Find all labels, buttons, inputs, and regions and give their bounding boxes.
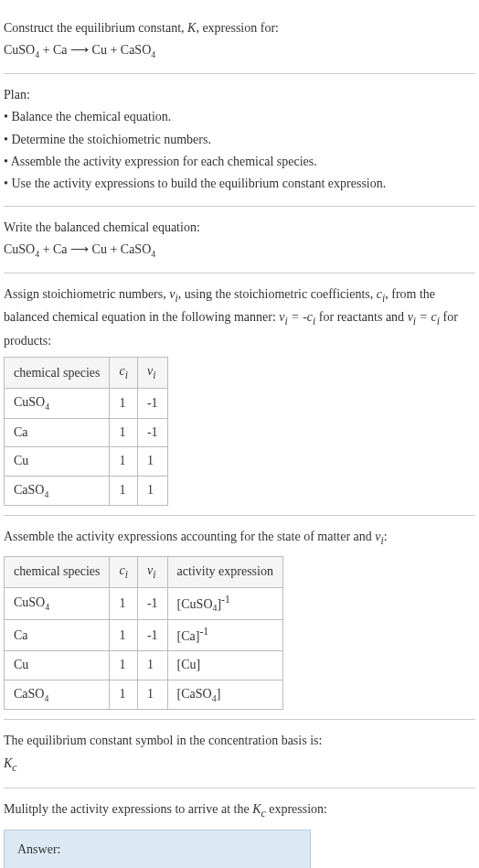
prompt-k: K (187, 21, 196, 35)
table-row: Ca 1 -1 [Ca]-1 (5, 620, 283, 651)
cell-activity: [CuSO4]-1 (167, 588, 282, 620)
cell-c: 1 (110, 620, 137, 651)
activity-a: Assemble the activity expressions accoun… (4, 530, 375, 543)
col-species: chemical species (5, 358, 110, 389)
table-row: Cu 1 1 [Cu] (5, 651, 283, 680)
balanced-header: Write the balanced chemical equation: (4, 218, 475, 238)
activity-section: Assemble the activity expressions accoun… (4, 516, 475, 720)
stoich-a: Assign stoichiometric numbers, (4, 287, 169, 301)
conc-basis-text: The equilibrium constant symbol in the c… (4, 731, 475, 751)
cell-species: Ca (5, 418, 110, 446)
table-row: Ca 1 -1 (5, 418, 168, 446)
prompt-text-a: Construct the equilibrium constant, (4, 21, 187, 35)
table-row: CuSO4 1 -1 (5, 389, 168, 418)
stoich-b: , using the stoichiometric coefficients, (178, 287, 377, 301)
conc-basis-section: The equilibrium constant symbol in the c… (4, 720, 475, 788)
col-vi: νi (137, 358, 167, 389)
plan-section: Plan: • Balance the chemical equation. •… (4, 74, 475, 207)
cell-v: 1 (137, 680, 167, 709)
c-i: ci (377, 287, 385, 301)
table-header-row: chemical species ci νi activity expressi… (5, 556, 283, 587)
col-vi: νi (137, 556, 167, 587)
cell-activity: [CaSO4] (167, 680, 282, 709)
nu-i: νi (169, 287, 177, 301)
cell-species: Cu (5, 651, 110, 680)
prompt-text-b: , expression for: (196, 21, 279, 35)
cell-v: 1 (137, 651, 167, 680)
answer-box: Answer: Kc = [CuSO4]-1 [Ca]-1 [Cu] [CaSO… (4, 830, 311, 868)
answer-section: Mulitply the activity expressions to arr… (4, 788, 475, 868)
cell-c: 1 (110, 476, 137, 505)
stoich-table: chemical species ci νi CuSO4 1 -1 Ca 1 -… (4, 357, 168, 506)
stoich-section: Assign stoichiometric numbers, νi, using… (4, 273, 475, 517)
kc: Kc (252, 802, 266, 816)
col-ci: ci (110, 358, 137, 389)
cell-species: CuSO4 (5, 588, 110, 620)
table-header-row: chemical species ci νi (5, 358, 168, 389)
cell-c: 1 (110, 447, 137, 476)
prompt-equation: CuSO4 + Ca ⟶ Cu + CaSO4 (4, 40, 475, 61)
cell-v: 1 (137, 447, 167, 476)
plan-item: • Use the activity expressions to build … (4, 174, 475, 194)
cell-c: 1 (110, 680, 137, 709)
kc-symbol: Kc (4, 754, 475, 777)
prompt-section: Construct the equilibrium constant, K, e… (4, 7, 475, 74)
cell-v: -1 (137, 389, 167, 418)
nu-eq-neg: νi = -ci (279, 310, 315, 324)
activity-intro: Assemble the activity expressions accoun… (4, 527, 475, 550)
plan-item: • Assemble the activity expression for e… (4, 152, 475, 172)
plan-item: • Balance the chemical equation. (4, 107, 475, 127)
nu-i: νi (375, 530, 383, 543)
plan-item: • Determine the stoichiometric numbers. (4, 130, 475, 150)
nu-eq-pos: νi = ci (408, 310, 440, 324)
multiply-line: Mulitply the activity expressions to arr… (4, 799, 475, 822)
answer-label: Answer: (17, 840, 297, 860)
cell-species: CaSO4 (5, 680, 110, 709)
cell-v: -1 (137, 620, 167, 651)
cell-v: -1 (137, 418, 167, 446)
cell-v: 1 (137, 476, 167, 505)
activity-b: : (384, 530, 388, 543)
cell-v: -1 (137, 588, 167, 620)
cell-activity: [Cu] (167, 651, 282, 680)
cell-species: Ca (5, 620, 110, 651)
table-row: CaSO4 1 1 (5, 476, 168, 505)
multiply-b: expression: (266, 802, 327, 816)
stoich-d: for reactants and (315, 310, 407, 324)
cell-activity: [Ca]-1 (167, 620, 282, 651)
table-row: CaSO4 1 1 [CaSO4] (5, 680, 283, 709)
table-row: CuSO4 1 -1 [CuSO4]-1 (5, 588, 283, 620)
col-activity: activity expression (167, 556, 282, 587)
col-ci: ci (110, 556, 137, 587)
cell-c: 1 (110, 418, 137, 446)
multiply-a: Mulitply the activity expressions to arr… (4, 802, 252, 816)
activity-table: chemical species ci νi activity expressi… (4, 556, 283, 711)
cell-species: CaSO4 (5, 476, 110, 505)
balanced-section: Write the balanced chemical equation: Cu… (4, 207, 475, 273)
table-row: Cu 1 1 (5, 447, 168, 476)
balanced-equation: CuSO4 + Ca ⟶ Cu + CaSO4 (4, 240, 475, 261)
cell-species: Cu (5, 447, 110, 476)
cell-species: CuSO4 (5, 389, 110, 418)
stoich-text: Assign stoichiometric numbers, νi, using… (4, 284, 475, 351)
col-species: chemical species (5, 556, 110, 587)
prompt-line1: Construct the equilibrium constant, K, e… (4, 18, 475, 38)
cell-c: 1 (110, 651, 137, 680)
cell-c: 1 (110, 389, 137, 418)
plan-header: Plan: (4, 85, 475, 105)
cell-c: 1 (110, 588, 137, 620)
